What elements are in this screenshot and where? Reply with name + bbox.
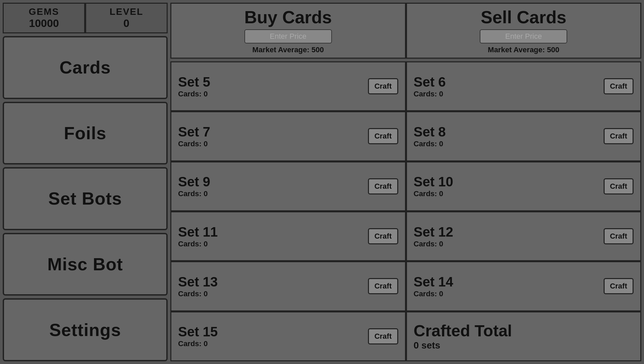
cards-nav-label: Cards — [60, 57, 111, 78]
set-cards-set15: Cards: 0 — [178, 339, 218, 348]
craft-button-set11[interactable]: Craft — [368, 228, 398, 244]
set-name-set15: Set 15 — [178, 324, 218, 339]
sell-section: Sell Cards Market Average: 500 — [406, 3, 642, 59]
set-cards-set14: Cards: 0 — [414, 290, 453, 298]
craft-button-set6[interactable]: Craft — [604, 78, 634, 94]
craft-button-set10[interactable]: Craft — [604, 178, 634, 194]
set-name-set6: Set 6 — [414, 74, 446, 90]
buy-market-avg: Market Average: 500 — [252, 46, 324, 54]
sidebar: GEMS 10000 LEVEL 0 Cards Foils Set Bots … — [3, 3, 168, 361]
settings-nav-label: Settings — [49, 320, 121, 340]
set-cards-set13: Cards: 0 — [178, 290, 218, 298]
craft-button-set15[interactable]: Craft — [368, 328, 398, 344]
set-bots-nav-button[interactable]: Set Bots — [3, 167, 168, 230]
set-name-set10: Set 10 — [414, 174, 453, 189]
foils-nav-label: Foils — [64, 123, 106, 143]
set-card-set9: Set 9 Cards: 0 Craft — [170, 161, 406, 211]
nav-buttons: Cards Foils Set Bots Misc Bot Settings — [3, 36, 168, 361]
set-name-set11: Set 11 — [178, 224, 218, 240]
set-bots-nav-label: Set Bots — [48, 188, 122, 209]
set-name-set14: Set 14 — [414, 274, 453, 290]
set-card-set8: Set 8 Cards: 0 Craft — [406, 111, 642, 161]
misc-bot-nav-label: Misc Bot — [47, 254, 123, 274]
set-card-set14: Set 14 Cards: 0 Craft — [406, 261, 642, 311]
set-name-set9: Set 9 — [178, 174, 210, 189]
set-name-set13: Set 13 — [178, 274, 218, 290]
buy-sell-row: Buy Cards Market Average: 500 Sell Cards… — [170, 3, 641, 59]
sets-grid: Set 5 Cards: 0 Craft Set 6 Cards: 0 Craf… — [170, 61, 641, 361]
crafted-total-card: Crafted Total 0 sets — [406, 311, 642, 361]
gems-label: GEMS — [29, 6, 59, 17]
foils-nav-button[interactable]: Foils — [3, 102, 168, 165]
sell-title: Sell Cards — [481, 7, 566, 27]
sell-market-avg: Market Average: 500 — [488, 46, 559, 54]
buy-title: Buy Cards — [244, 7, 332, 27]
craft-button-set12[interactable]: Craft — [604, 228, 634, 244]
level-label: LEVEL — [109, 6, 143, 17]
set-card-set7: Set 7 Cards: 0 Craft — [170, 111, 406, 161]
set-card-set15: Set 15 Cards: 0 Craft — [170, 311, 406, 361]
buy-section: Buy Cards Market Average: 500 — [170, 3, 406, 59]
set-cards-set11: Cards: 0 — [178, 240, 218, 248]
level-value: 0 — [124, 17, 130, 30]
settings-nav-button[interactable]: Settings — [3, 298, 168, 361]
cards-nav-button[interactable]: Cards — [3, 36, 168, 99]
gems-value: 10000 — [29, 17, 59, 30]
set-cards-set10: Cards: 0 — [414, 189, 453, 198]
buy-price-input[interactable] — [244, 29, 332, 43]
gems-box: GEMS 10000 — [3, 3, 85, 33]
craft-button-set8[interactable]: Craft — [604, 128, 634, 144]
main-content: Buy Cards Market Average: 500 Sell Cards… — [170, 3, 641, 361]
set-name-set8: Set 8 — [414, 124, 446, 140]
craft-button-set7[interactable]: Craft — [368, 128, 398, 144]
set-card-set6: Set 6 Cards: 0 Craft — [406, 61, 642, 111]
misc-bot-nav-button[interactable]: Misc Bot — [3, 233, 168, 296]
crafted-total-title: Crafted Total — [414, 322, 634, 340]
set-name-set5: Set 5 — [178, 74, 210, 90]
crafted-total-value: 0 sets — [414, 340, 634, 351]
set-card-set11: Set 11 Cards: 0 Craft — [170, 211, 406, 261]
set-card-set10: Set 10 Cards: 0 Craft — [406, 161, 642, 211]
set-cards-set7: Cards: 0 — [178, 140, 210, 148]
set-cards-set6: Cards: 0 — [414, 90, 446, 98]
set-card-set5: Set 5 Cards: 0 Craft — [170, 61, 406, 111]
craft-button-set9[interactable]: Craft — [368, 178, 398, 194]
set-cards-set9: Cards: 0 — [178, 189, 210, 198]
set-card-set12: Set 12 Cards: 0 Craft — [406, 211, 642, 261]
craft-button-set13[interactable]: Craft — [368, 278, 398, 294]
level-box: LEVEL 0 — [85, 3, 168, 33]
sell-price-input[interactable] — [480, 29, 567, 43]
craft-button-set14[interactable]: Craft — [604, 278, 634, 294]
set-name-set7: Set 7 — [178, 124, 210, 140]
stats-row: GEMS 10000 LEVEL 0 — [3, 3, 168, 33]
set-cards-set12: Cards: 0 — [414, 240, 453, 248]
set-name-set12: Set 12 — [414, 224, 453, 240]
craft-button-set5[interactable]: Craft — [368, 78, 398, 94]
set-card-set13: Set 13 Cards: 0 Craft — [170, 261, 406, 311]
set-cards-set5: Cards: 0 — [178, 90, 210, 98]
set-cards-set8: Cards: 0 — [414, 140, 446, 148]
